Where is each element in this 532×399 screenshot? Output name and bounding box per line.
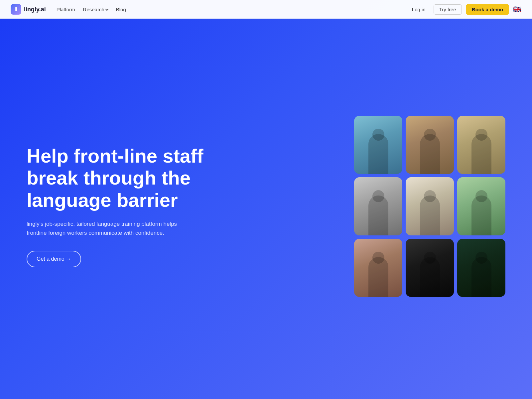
photo-cell-7	[354, 239, 402, 297]
photo-cell-2	[406, 116, 454, 174]
photo-5-housekeeper	[406, 177, 454, 235]
navbar: li lingly.ai Platform Research Blog Log …	[0, 0, 532, 19]
logo-text: lingly.ai	[24, 6, 46, 13]
logo-icon: li	[11, 4, 21, 15]
get-demo-button[interactable]: Get a demo →	[27, 251, 81, 267]
hero-title: Help front-line staff break through the …	[27, 145, 226, 211]
photo-7-elderly	[354, 239, 402, 297]
photo-2-restaurant	[406, 116, 454, 174]
photo-6-medical	[457, 177, 505, 235]
photo-cell-1	[354, 116, 402, 174]
nav-blog[interactable]: Blog	[116, 7, 126, 12]
photo-8-flight-attendant	[406, 239, 454, 297]
photo-cell-4	[354, 177, 402, 235]
hero-content: Help front-line staff break through the …	[27, 145, 226, 267]
nav-research[interactable]: Research	[83, 7, 108, 12]
logo[interactable]: li lingly.ai	[11, 4, 46, 15]
photo-cell-3	[457, 116, 505, 174]
photo-cell-5	[406, 177, 454, 235]
photo-cell-9	[457, 239, 505, 297]
photo-9-young-worker	[457, 239, 505, 297]
photo-1-healthcare	[354, 116, 402, 174]
research-chevron-icon	[105, 7, 108, 11]
nav-links: Platform Research Blog	[57, 7, 126, 12]
language-flag-icon[interactable]: 🇬🇧	[513, 5, 521, 13]
try-free-button[interactable]: Try free	[434, 4, 462, 15]
photo-cell-8	[406, 239, 454, 297]
nav-platform[interactable]: Platform	[57, 7, 75, 12]
photo-3-nurse	[457, 116, 505, 174]
photo-cell-6	[457, 177, 505, 235]
photo-4-outdoor	[354, 177, 402, 235]
hero-photo-grid	[354, 116, 505, 297]
hero-section: Help front-line staff break through the …	[0, 0, 532, 399]
nav-right: Log in Try free Book a demo 🇬🇧	[408, 4, 521, 15]
hero-subtitle: lingly's job-specific, tailored language…	[27, 219, 193, 237]
book-demo-button[interactable]: Book a demo	[466, 4, 509, 15]
login-button[interactable]: Log in	[408, 5, 430, 14]
nav-left: li lingly.ai Platform Research Blog	[11, 4, 126, 15]
